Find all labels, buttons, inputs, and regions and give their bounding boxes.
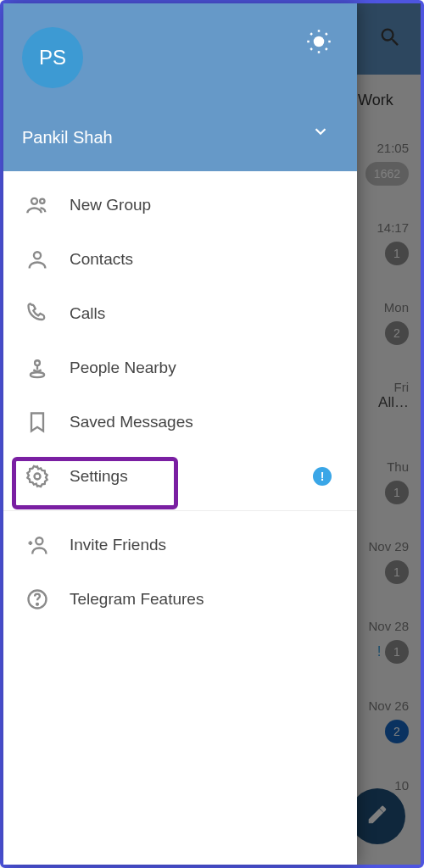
drawer-menu: New Group Contacts Calls People Nearby bbox=[3, 171, 357, 865]
menu-calls[interactable]: Calls bbox=[3, 287, 357, 341]
navigation-drawer: PS Pankil Shah New Group Contacts bbox=[3, 3, 357, 865]
bookmark-icon bbox=[25, 410, 70, 434]
svg-point-9 bbox=[31, 198, 37, 204]
chevron-down-icon[interactable] bbox=[311, 122, 330, 144]
svg-point-13 bbox=[31, 372, 44, 377]
menu-invite-friends[interactable]: Invite Friends bbox=[3, 518, 357, 572]
menu-contacts[interactable]: Contacts bbox=[3, 232, 357, 287]
people-nearby-icon bbox=[25, 356, 70, 380]
menu-label: Saved Messages bbox=[70, 413, 357, 431]
menu-label: People Nearby bbox=[70, 359, 357, 377]
menu-saved-messages[interactable]: Saved Messages bbox=[3, 395, 357, 449]
svg-line-4 bbox=[326, 48, 327, 50]
menu-label: Calls bbox=[70, 304, 357, 323]
menu-label: Telegram Features bbox=[70, 590, 357, 609]
menu-settings[interactable]: Settings ! bbox=[3, 449, 357, 504]
add-person-icon bbox=[25, 533, 70, 557]
svg-point-15 bbox=[36, 537, 42, 544]
svg-point-12 bbox=[35, 360, 40, 365]
menu-telegram-features[interactable]: Telegram Features bbox=[3, 572, 357, 626]
sun-icon[interactable] bbox=[306, 29, 332, 58]
gear-icon bbox=[25, 465, 70, 488]
drawer-header: PS Pankil Shah bbox=[3, 3, 357, 171]
svg-point-0 bbox=[314, 36, 325, 47]
avatar[interactable]: PS bbox=[22, 27, 83, 88]
phone-icon bbox=[25, 302, 70, 326]
svg-line-3 bbox=[310, 33, 312, 35]
group-icon bbox=[25, 193, 70, 217]
svg-point-11 bbox=[34, 252, 41, 259]
svg-point-10 bbox=[40, 199, 44, 203]
help-icon bbox=[25, 587, 70, 611]
menu-new-group[interactable]: New Group bbox=[3, 178, 357, 232]
person-icon bbox=[25, 248, 70, 271]
svg-point-19 bbox=[36, 604, 38, 605]
profile-name: Pankil Shah bbox=[22, 128, 113, 147]
menu-people-nearby[interactable]: People Nearby bbox=[3, 341, 357, 395]
svg-point-14 bbox=[35, 474, 41, 480]
menu-label: Contacts bbox=[70, 250, 357, 269]
menu-divider bbox=[3, 510, 357, 511]
avatar-initials: PS bbox=[39, 46, 66, 70]
alert-badge: ! bbox=[313, 467, 332, 486]
menu-label: New Group bbox=[70, 196, 357, 214]
svg-line-8 bbox=[326, 33, 327, 35]
menu-label: Invite Friends bbox=[70, 536, 357, 554]
svg-line-7 bbox=[310, 48, 312, 50]
